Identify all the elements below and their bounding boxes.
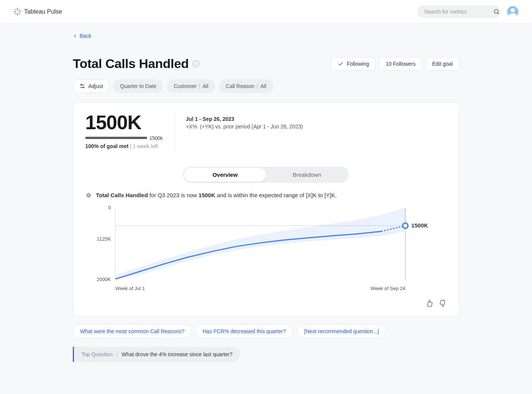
search-icon — [493, 8, 500, 15]
svg-point-11 — [403, 223, 408, 228]
tableau-icon — [14, 8, 21, 15]
edit-goal-button[interactable]: Edit goal — [426, 57, 459, 71]
top-question-text: What drove the 4% increase since last qu… — [121, 351, 232, 357]
view-tabs: Overview Breakdown — [183, 167, 349, 183]
svg-text:1125K: 1125K — [97, 236, 111, 242]
suggestion-1[interactable]: What were the most common Call Reasons? — [73, 324, 192, 338]
goal-text: 100% of goal met | 1 week left — [85, 143, 163, 149]
svg-point-1 — [511, 8, 515, 12]
goal-progress-bar — [85, 137, 147, 139]
following-button[interactable]: Following — [331, 57, 375, 71]
period-block: Jul 1 - Sep 26, 2023 +X% (+YK) vs. prior… — [175, 112, 303, 149]
filter-range[interactable]: Quarter to Date — [113, 79, 163, 93]
search-input[interactable] — [424, 9, 490, 15]
back-label: Back — [80, 33, 91, 39]
avatar[interactable] — [507, 6, 518, 17]
svg-point-4 — [88, 194, 90, 196]
suggestion-2[interactable]: Has FCR% decreased this quarter? — [195, 324, 293, 338]
suggestion-3[interactable]: [Next recommended question...] — [297, 324, 386, 338]
filter-customer[interactable]: Customer | All — [167, 79, 215, 93]
page-title: Total Calls Handled — [73, 56, 189, 71]
stat-block: 1500K 1500k 100% of goal met | 1 week le… — [85, 112, 175, 149]
tab-overview[interactable]: Overview — [184, 168, 266, 182]
svg-point-3 — [83, 87, 84, 88]
chevron-left-icon — [73, 34, 77, 38]
period-range: Jul 1 - Sep 26, 2023 — [186, 116, 303, 122]
period-delta: +X% (+YK) vs. prior period (Apr 1 - Jun … — [186, 124, 303, 130]
followers-button[interactable]: 10 Followers — [379, 57, 422, 71]
chart: 01125K2000K1500KWeek of Jul 1Week of Sep… — [73, 202, 459, 296]
svg-point-0 — [494, 9, 498, 14]
svg-text:1500K: 1500K — [411, 222, 428, 229]
metric-value: 1500K — [85, 112, 163, 133]
check-icon — [338, 61, 344, 67]
metric-card: 1500K 1500k 100% of goal met | 1 week le… — [73, 102, 459, 317]
back-link[interactable]: Back — [73, 31, 91, 41]
sliders-icon — [79, 83, 85, 89]
svg-point-2 — [81, 84, 82, 85]
insight-icon — [85, 192, 92, 199]
search-input-wrap[interactable] — [417, 5, 500, 18]
goal-max: 1500k — [149, 135, 163, 141]
filter-call-reason[interactable]: Call Reason | All — [219, 79, 273, 93]
svg-text:0: 0 — [108, 205, 111, 210]
app-header: Tableau Pulse — [0, 0, 532, 24]
thumbs-up-button[interactable] — [426, 300, 433, 307]
top-question[interactable]: Top Question | What drove the 4% increas… — [73, 347, 240, 362]
adjust-button[interactable]: Adjust — [73, 79, 109, 93]
brand-name: Tableau Pulse — [24, 8, 62, 15]
svg-text:Week of Sep 24: Week of Sep 24 — [371, 285, 405, 291]
top-question-label: Top Question — [81, 351, 113, 357]
line-chart: 01125K2000K1500KWeek of Jul 1Week of Sep… — [85, 204, 447, 295]
thumbs-down-button[interactable] — [439, 300, 447, 307]
tab-breakdown[interactable]: Breakdown — [266, 168, 348, 182]
svg-text:2000K: 2000K — [97, 276, 111, 282]
info-icon[interactable]: i — [192, 60, 199, 67]
svg-text:Week of Jul 1: Week of Jul 1 — [115, 285, 145, 291]
brand: Tableau Pulse — [14, 8, 62, 15]
suggested-questions: What were the most common Call Reasons? … — [73, 324, 459, 338]
insight-text: Total Calls Handled for Q3 2023 is now 1… — [73, 183, 459, 202]
